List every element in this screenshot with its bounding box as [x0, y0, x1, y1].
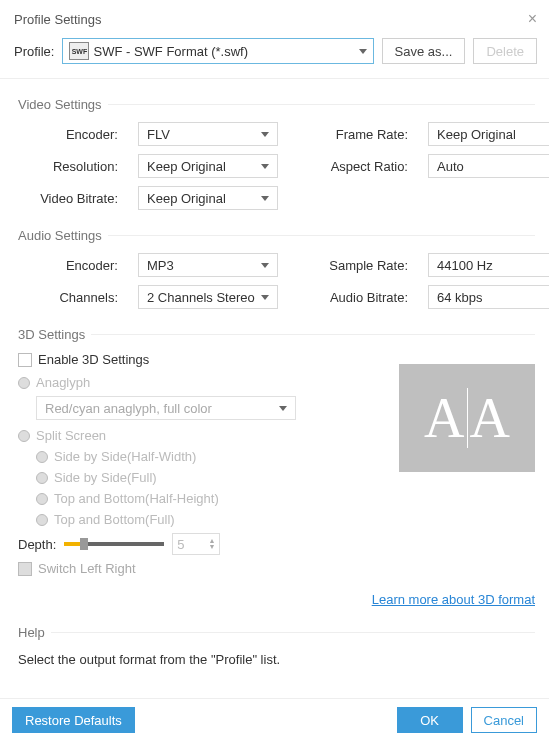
help-text: Select the output format from the "Profi… [18, 652, 535, 667]
audio-encoder-dropdown[interactable]: MP3 [138, 253, 278, 277]
sbs-half-radio-row: Side by Side(Half-Width) [36, 449, 371, 464]
profile-value: SWF - SWF Format (*.swf) [93, 44, 248, 59]
restore-defaults-button[interactable]: Restore Defaults [12, 707, 135, 733]
switch-lr-label: Switch Left Right [38, 561, 136, 576]
split-screen-label: Split Screen [36, 428, 106, 443]
profile-dropdown[interactable]: SWF SWF - SWF Format (*.swf) [62, 38, 373, 64]
ok-button[interactable]: OK [397, 707, 463, 733]
resolution-dropdown[interactable]: Keep Original [138, 154, 278, 178]
channels-label: Channels: [18, 290, 118, 305]
dialog-title: Profile Settings [14, 12, 101, 27]
aspect-ratio-label: Aspect Ratio: [298, 159, 408, 174]
anaglyph-label: Anaglyph [36, 375, 90, 390]
swf-icon: SWF [69, 42, 89, 60]
tb-half-radio-row: Top and Bottom(Half-Height) [36, 491, 371, 506]
close-icon[interactable]: × [528, 10, 537, 28]
tb-full-radio-row: Top and Bottom(Full) [36, 512, 371, 527]
3d-settings-header: 3D Settings [18, 327, 535, 342]
split-screen-radio [18, 430, 30, 442]
switch-lr-checkbox [18, 562, 32, 576]
audio-encoder-label: Encoder: [18, 258, 118, 273]
depth-label: Depth: [18, 537, 56, 552]
cancel-button[interactable]: Cancel [471, 707, 537, 733]
aspect-ratio-dropdown[interactable]: Auto [428, 154, 549, 178]
depth-slider [64, 542, 164, 546]
enable-3d-checkbox[interactable] [18, 353, 32, 367]
video-encoder-dropdown[interactable]: FLV [138, 122, 278, 146]
resolution-label: Resolution: [18, 159, 118, 174]
caret-down-icon [359, 49, 367, 54]
anaglyph-type-dropdown: Red/cyan anaglyph, full color [36, 396, 296, 420]
frame-rate-label: Frame Rate: [298, 127, 408, 142]
sample-rate-dropdown[interactable]: 44100 Hz [428, 253, 549, 277]
video-encoder-label: Encoder: [18, 127, 118, 142]
learn-more-link[interactable]: Learn more about 3D format [18, 592, 535, 607]
audio-bitrate-label: Audio Bitrate: [298, 290, 408, 305]
enable-3d-label: Enable 3D Settings [38, 352, 149, 367]
channels-dropdown[interactable]: 2 Channels Stereo [138, 285, 278, 309]
help-header: Help [18, 625, 535, 640]
video-bitrate-dropdown[interactable]: Keep Original [138, 186, 278, 210]
frame-rate-dropdown[interactable]: Keep Original [428, 122, 549, 146]
video-settings-header: Video Settings [18, 97, 535, 112]
video-bitrate-label: Video Bitrate: [18, 191, 118, 206]
3d-preview: AA [399, 364, 535, 472]
enable-3d-checkbox-row: Enable 3D Settings [18, 352, 371, 367]
anaglyph-radio [18, 377, 30, 389]
profile-label: Profile: [14, 44, 54, 59]
split-screen-radio-row: Split Screen [18, 428, 371, 443]
audio-settings-header: Audio Settings [18, 228, 535, 243]
depth-spinner: 5 ▲▼ [172, 533, 220, 555]
save-as-button[interactable]: Save as... [382, 38, 466, 64]
audio-bitrate-dropdown[interactable]: 64 kbps [428, 285, 549, 309]
sbs-full-radio-row: Side by Side(Full) [36, 470, 371, 485]
sample-rate-label: Sample Rate: [298, 258, 408, 273]
anaglyph-radio-row: Anaglyph [18, 375, 371, 390]
delete-button: Delete [473, 38, 537, 64]
